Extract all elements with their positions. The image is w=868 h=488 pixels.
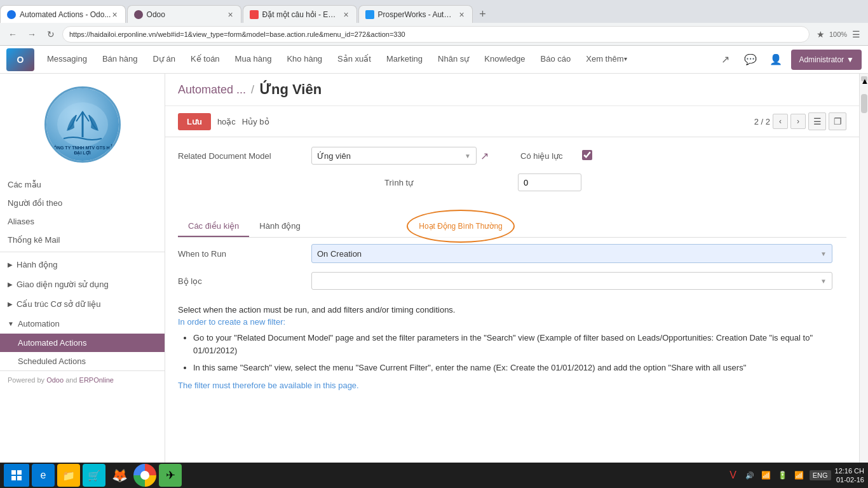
sidebar-section-giao-dien-header[interactable]: ▶ Giao diện người sử dụng [0,274,165,294]
sidebar-section-aliases: Aliases [0,212,165,231]
bo-loc-select[interactable]: ▼ [311,272,832,290]
nav-mua-hang[interactable]: Mua hàng [227,46,280,74]
info-section: Select when the action must be run, and … [165,299,859,396]
erponline-link[interactable]: ERPOnline [79,376,114,384]
sidebar: CÔNG TY TNHH MTV GTS HẢI ĐẠI LỢI Các mẫu… [0,74,165,488]
nav-bao-cao[interactable]: Báo cáo [533,46,579,74]
taskbar-language[interactable]: ENG [810,470,831,480]
when-to-run-row: When to Run On Creation ▼ [178,244,846,263]
odoo-favicon [134,10,143,19]
tab-automated-actions[interactable]: Automated Actions - Odo... × [0,5,126,23]
sidebar-section-hanh-dong-header[interactable]: ▶ Hành động [0,255,165,274]
discard-prefix: hoặc [217,117,236,126]
taskbar-signal-icon[interactable]: 📶 [793,469,806,482]
nav-marketing[interactable]: Marketing [379,46,430,74]
tab-close[interactable]: × [111,8,118,21]
nav-xem-them[interactable]: Xem thêm [578,46,634,74]
refresh-button[interactable]: ↻ [43,27,58,42]
external-link-icon[interactable]: ↗ [480,150,489,162]
breadcrumb-current: Ứng Viên [259,81,322,98]
co-hieu-luc-label: Có hiệu lực [520,151,563,161]
related-doc-model-select[interactable]: Ứng viên ▼ [311,147,477,165]
tab-erp[interactable]: Đặt một câu hỏi - ERPOn... × [243,5,357,23]
sidebar-section-automation-header[interactable]: ▼ Automation [0,314,165,334]
info-line2: In order to create a new filter: [178,317,285,327]
sidebar-divider-1 [0,252,165,252]
bo-loc-row: Bộ lọc ▼ [178,272,846,290]
bo-loc-label: Bộ lọc [178,276,305,286]
odoo-link[interactable]: Odoo [46,376,64,384]
breadcrumb: Automated ... / Ứng Viên [178,81,846,98]
zoom-icon[interactable]: 100% [831,27,845,41]
nav-messaging[interactable]: Messaging [39,46,95,74]
taskbar-battery-icon[interactable]: 🔋 [776,469,789,482]
filter-arrow-icon: ▼ [820,278,827,285]
pager-next-button[interactable]: › [790,114,806,129]
expand-icon: ▶ [8,301,13,308]
tab-close[interactable]: × [342,8,349,21]
nav-ban-hang[interactable]: Bán hàng [95,46,146,74]
taskbar-clock: 12:16 CH 01-02-16 [835,466,864,485]
store-button[interactable]: 🛒 [83,464,105,487]
nav-du-an[interactable]: Dự án [146,46,183,74]
scroll-thumb[interactable] [861,94,867,113]
firefox-button[interactable]: 🦊 [108,464,131,487]
taskbar-network-icon[interactable]: 📶 [760,469,773,482]
pw-favicon [365,10,374,19]
when-to-run-label: When to Run [178,249,305,259]
taskbar-right: V 🔊 📶 🔋 📶 ENG 12:16 CH 01-02-16 [727,466,864,485]
breadcrumb-parent[interactable]: Automated ... [178,83,246,97]
sidebar-item-automated-actions[interactable]: Automated Actions [0,334,165,352]
nav-nhan-su[interactable]: Nhân sự [430,46,477,74]
taskbar-volume-icon[interactable]: 🔊 [743,469,756,482]
tab-cac-dieu-kien[interactable]: Các điều kiện [178,216,249,237]
nav-san-xuat[interactable]: Sản xuất [330,46,379,74]
admin-menu[interactable]: Administrator ▼ [791,50,862,70]
toolbar-expand-button[interactable]: ❐ [829,112,846,130]
related-doc-model-label: Related Document Model [178,151,305,161]
windows-logo-icon [11,470,22,480]
info-list: Go to your "Related Document Model" page… [178,332,846,374]
discard-button[interactable]: Hủy bỏ [242,117,269,126]
sidebar-item-scheduled-actions[interactable]: Scheduled Actions [0,352,165,370]
toolbar-menu-button[interactable]: ☰ [808,112,826,130]
nav-user-icon[interactable]: 👤 [766,50,786,70]
back-button[interactable]: ← [5,27,20,42]
folder-button[interactable]: 📁 [57,464,80,487]
ie-button[interactable]: e [32,464,55,487]
nav-ke-toan[interactable]: Kế toán [183,46,227,74]
info-bullet-1: Go to your "Related Document Model" page… [193,332,846,356]
nav-knowledge[interactable]: Knowledge [477,46,532,74]
nav-external-icon[interactable]: ↗ [715,50,735,70]
forward-button[interactable]: → [24,27,39,42]
nav-chat-icon[interactable]: 💬 [740,50,761,70]
bookmark-icon[interactable]: ★ [813,27,827,41]
when-to-run-select[interactable]: On Creation ▼ [311,244,832,263]
trinh-tu-input[interactable] [518,173,581,191]
save-button[interactable]: Lưu [178,113,211,130]
pager-prev-button[interactable]: ‹ [773,114,788,129]
sidebar-item-thong-ke-mail[interactable]: Thống kê Mail [0,231,165,249]
scrollbar[interactable]: ▲ [859,74,868,488]
green-app-button[interactable]: ✈ [159,464,182,487]
sidebar-item-cac-mau[interactable]: Các mẫu [0,175,165,194]
url-bar[interactable]: https://haidailoi.erponline.vn/web#id=1&… [62,26,810,43]
nav-kho-hang[interactable]: Kho hàng [279,46,330,74]
related-doc-model-control: Ứng viên ▼ ↗ [311,147,489,165]
scroll-arrow-up[interactable]: ▲ [861,76,867,81]
tab-close[interactable]: × [458,8,465,21]
tab-close[interactable]: × [226,8,234,21]
tab-hanh-dong[interactable]: Hành động [249,216,310,237]
sidebar-item-nguoi-doi-theo[interactable]: Người đồi theo [0,194,165,212]
sidebar-item-aliases[interactable]: Aliases [0,212,165,231]
admin-label: Administrator [799,55,844,64]
settings-icon[interactable]: ☰ [849,27,863,41]
sidebar-section-cau-truc-header[interactable]: ▶ Cấu trúc Cơ sở dữ liệu [0,294,165,314]
tab-pw[interactable]: ProsperWorks - Automate... × [358,5,473,23]
taskbar-virus-icon[interactable]: V [727,469,740,482]
co-hieu-luc-checkbox[interactable] [582,150,592,160]
start-button[interactable] [4,464,29,487]
chrome-button[interactable] [133,464,156,487]
new-tab-button[interactable]: + [474,5,492,23]
tab-odoo[interactable]: Odoo × [127,5,241,23]
